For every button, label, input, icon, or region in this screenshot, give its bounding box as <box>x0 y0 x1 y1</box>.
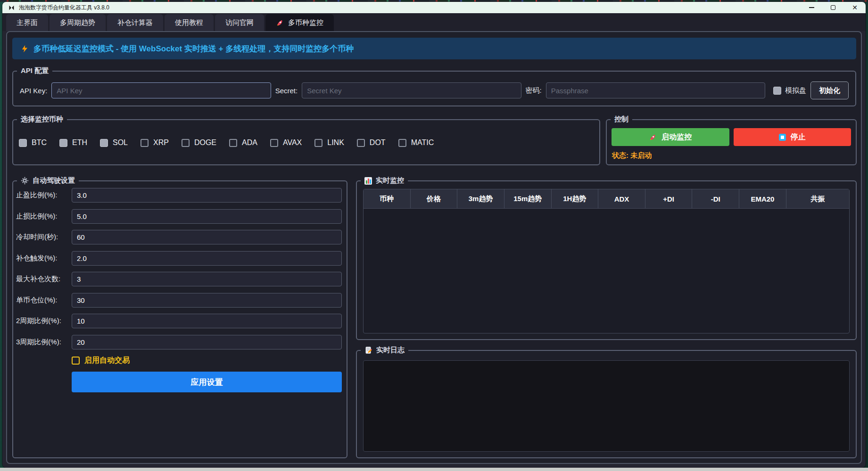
tab-dca-calculator[interactable]: 补仓计算器 <box>107 14 163 31</box>
tab-multi-period-trend[interactable]: 多周期趋势 <box>50 14 106 31</box>
stop-loss-input[interactable] <box>72 209 342 224</box>
coin-checkbox-btc[interactable] <box>19 139 27 147</box>
monitor-table-body[interactable] <box>364 209 849 333</box>
coin-checkbox-matic[interactable] <box>398 139 406 147</box>
coin-checkbox-sol[interactable] <box>100 139 108 147</box>
coin-label: DOGE <box>194 138 216 147</box>
auto-trade-label: 启用自动交易 <box>84 356 130 365</box>
tab-label: 多周期趋势 <box>60 18 95 27</box>
autopilot-row-period3-ratio: 3周期比例(%): <box>16 335 342 349</box>
minimize-button[interactable] <box>801 2 822 13</box>
status-text: 状态: 未启动 <box>612 151 856 160</box>
tab-tutorial[interactable]: 使用教程 <box>165 14 214 31</box>
dca-trigger-label: 补仓触发(%): <box>16 254 72 263</box>
monitor-col-trend-1h[interactable]: 1H趋势 <box>552 189 599 208</box>
coin-label: XRP <box>153 138 169 147</box>
period2-ratio-input[interactable] <box>72 314 342 328</box>
take-profit-input[interactable] <box>72 188 342 203</box>
info-banner: 多币种低延迟监控模式 - 使用 WebSocket 实时推送 + 多线程处理，支… <box>12 38 856 59</box>
period3-ratio-label: 3周期比例(%): <box>16 338 72 347</box>
coin-label: DOT <box>370 138 386 147</box>
start-monitor-label: 启动监控 <box>661 132 692 142</box>
init-button[interactable]: 初始化 <box>810 81 849 99</box>
monitor-col-ema20[interactable]: EMA20 <box>739 189 786 208</box>
coin-item-dot[interactable]: DOT <box>357 138 386 147</box>
close-icon: ✕ <box>852 4 858 11</box>
coin-select-title: 选择监控币种 <box>17 115 67 124</box>
auto-trade-row: 启用自动交易 <box>72 356 347 365</box>
autopilot-row-dca-trigger: 补仓触发(%): <box>16 251 342 266</box>
start-monitor-button[interactable]: 启动监控 <box>612 128 729 146</box>
autopilot-row-take-profit: 止盈比例(%): <box>16 188 342 203</box>
coin-checkbox-dot[interactable] <box>357 139 365 147</box>
cooldown-seconds-input[interactable] <box>72 230 342 244</box>
max-dca-count-input[interactable] <box>72 272 342 286</box>
api-key-input[interactable] <box>51 82 271 98</box>
monitor-col-trend-15m[interactable]: 15m趋势 <box>504 189 552 208</box>
coin-checkbox-link[interactable] <box>314 139 322 147</box>
autopilot-settings-label: 自动驾驶设置 <box>33 176 75 185</box>
coin-checkbox-eth[interactable] <box>59 139 67 147</box>
coin-item-sol[interactable]: SOL <box>100 138 128 147</box>
monitor-col-price[interactable]: 价格 <box>411 189 458 208</box>
control-group: 控制 启动监控 停止 状态: 未启动 <box>606 119 857 165</box>
stop-loss-label: 止损比例(%): <box>16 212 72 221</box>
tab-main[interactable]: 主界面 <box>6 14 48 31</box>
log-area[interactable] <box>363 360 850 452</box>
monitor-col-minus-di[interactable]: -DI <box>692 189 739 208</box>
monitor-table-header: 币种价格3m趋势15m趋势1H趋势ADX+DI-DIEMA20共振 <box>364 189 849 209</box>
window-title: 泡泡数字货币合约量化器工具 v3.8.0 <box>19 4 109 12</box>
realtime-log-title: 实时日志 <box>361 346 408 355</box>
coin-checkbox-doge[interactable] <box>182 139 190 147</box>
period2-ratio-label: 2周期比例(%): <box>16 317 72 325</box>
max-dca-count-label: 最大补仓次数: <box>16 275 72 284</box>
monitor-col-trend-3m[interactable]: 3m趋势 <box>457 189 504 208</box>
coin-item-matic[interactable]: MATIC <box>398 138 434 147</box>
coin-item-btc[interactable]: BTC <box>19 138 47 147</box>
autopilot-settings-title: 自动驾驶设置 <box>17 176 79 185</box>
titlebar: 泡泡数字货币合约量化器工具 v3.8.0 ✕ <box>2 2 866 13</box>
take-profit-label: 止盈比例(%): <box>16 191 72 200</box>
per-coin-position-input[interactable] <box>72 293 342 308</box>
monitor-col-adx[interactable]: ADX <box>598 189 645 208</box>
monitor-col-resonance[interactable]: 共振 <box>786 189 849 208</box>
coin-item-xrp[interactable]: XRP <box>141 138 169 147</box>
monitor-table: 币种价格3m趋势15m趋势1H趋势ADX+DI-DIEMA20共振 <box>363 189 850 333</box>
close-button[interactable]: ✕ <box>844 2 866 13</box>
tab-label: 使用教程 <box>175 18 203 27</box>
coin-item-link[interactable]: LINK <box>314 138 344 147</box>
demo-mode-checkbox[interactable] <box>773 87 781 95</box>
realtime-log-label: 实时日志 <box>376 346 405 355</box>
dca-trigger-input[interactable] <box>72 251 342 266</box>
coin-item-avax[interactable]: AVAX <box>270 138 302 147</box>
apply-settings-button[interactable]: 应用设置 <box>72 372 342 392</box>
realtime-monitor-title: 实时监控 <box>361 176 408 185</box>
app-icon <box>8 5 15 11</box>
autopilot-settings-group: 自动驾驶设置 止盈比例(%):止损比例(%):冷却时间(秒):补仓触发(%):最… <box>12 180 347 458</box>
autopilot-row-cooldown-seconds: 冷却时间(秒): <box>16 230 342 244</box>
auto-trade-checkbox[interactable] <box>72 357 80 365</box>
tab-label: 主界面 <box>17 18 38 27</box>
coin-select-group: 选择监控币种 BTCETHSOLXRPDOGEADAAVAXLINKDOTMAT… <box>12 119 600 165</box>
tab-multi-coin-monitor[interactable]: 多币种监控 <box>265 14 334 31</box>
coin-checkbox-avax[interactable] <box>270 139 278 147</box>
passphrase-input[interactable] <box>546 82 765 98</box>
coin-label: LINK <box>327 138 344 147</box>
demo-mode-label: 模拟盘 <box>785 86 806 95</box>
monitor-col-coin[interactable]: 币种 <box>364 189 411 208</box>
coin-item-ada[interactable]: ADA <box>229 138 257 147</box>
maximize-button[interactable] <box>822 2 844 13</box>
coin-checkbox-xrp[interactable] <box>141 139 149 147</box>
coin-item-doge[interactable]: DOGE <box>182 138 216 147</box>
tab-official-website[interactable]: 访问官网 <box>215 14 264 31</box>
period3-ratio-input[interactable] <box>72 335 342 349</box>
secret-input[interactable] <box>302 82 521 98</box>
coin-label: AVAX <box>283 138 302 147</box>
stop-button[interactable]: 停止 <box>734 128 851 146</box>
monitor-col-plus-di[interactable]: +DI <box>645 189 693 208</box>
coin-checkbox-ada[interactable] <box>229 139 237 147</box>
demo-mode-wrap: 模拟盘 <box>773 86 806 95</box>
desktop: 泡泡数字货币合约量化器工具 v3.8.0 ✕ 主界面多周期趋势补仓计算器使用教程… <box>0 0 868 471</box>
autopilot-fields: 止盈比例(%):止损比例(%):冷却时间(秒):补仓触发(%):最大补仓次数:单… <box>13 181 347 349</box>
coin-item-eth[interactable]: ETH <box>59 138 87 147</box>
